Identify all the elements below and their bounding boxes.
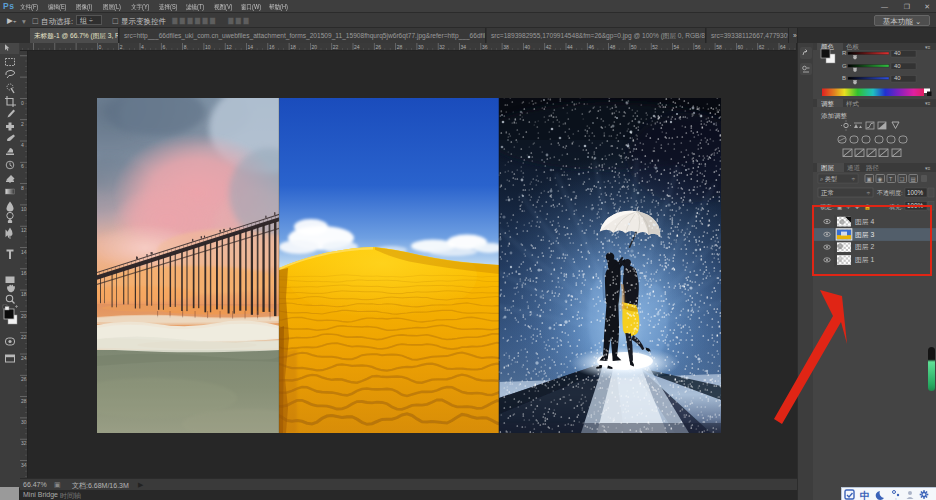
svg-text:2: 2 — [21, 121, 24, 127]
svg-text:6: 6 — [162, 44, 165, 50]
svg-text:42: 42 — [546, 44, 552, 50]
svg-text:22: 22 — [21, 334, 27, 340]
svg-text:▣: ▣ — [867, 176, 872, 182]
svg-text:路径: 路径 — [866, 164, 880, 172]
svg-text:60: 60 — [738, 44, 744, 50]
svg-text:▤: ▤ — [911, 176, 916, 182]
svg-text:32: 32 — [439, 44, 445, 50]
svg-text:10: 10 — [21, 206, 27, 212]
svg-text:≑: ≑ — [866, 190, 870, 196]
svg-text:40: 40 — [525, 44, 531, 50]
svg-text:32: 32 — [21, 440, 27, 446]
svg-text:16: 16 — [269, 44, 275, 50]
svg-text:不透明度:: 不透明度: — [877, 189, 903, 197]
svg-text:62: 62 — [759, 44, 765, 50]
svg-text:8: 8 — [21, 185, 24, 191]
svg-text:54: 54 — [674, 44, 680, 50]
svg-text:20: 20 — [312, 44, 318, 50]
svg-text:▾≡: ▾≡ — [925, 165, 931, 171]
svg-text:52: 52 — [652, 44, 658, 50]
svg-text:14: 14 — [21, 249, 27, 255]
svg-text:56: 56 — [695, 44, 701, 50]
svg-text:20: 20 — [21, 313, 27, 319]
svg-text:G: G — [842, 63, 847, 69]
svg-text:B: B — [842, 75, 846, 81]
svg-text:36: 36 — [482, 44, 488, 50]
svg-text:≑: ≑ — [851, 176, 855, 182]
svg-text:8: 8 — [184, 44, 187, 50]
svg-text:38: 38 — [503, 44, 509, 50]
svg-text:▾≡: ▾≡ — [925, 44, 931, 50]
svg-text:26: 26 — [21, 376, 27, 382]
svg-text:4: 4 — [21, 142, 24, 148]
svg-text:6: 6 — [21, 163, 24, 169]
svg-text:40: 40 — [894, 75, 901, 81]
svg-text:10: 10 — [205, 44, 211, 50]
svg-text:24: 24 — [21, 355, 27, 361]
svg-text:正常: 正常 — [821, 189, 834, 196]
svg-text:58: 58 — [716, 44, 722, 50]
svg-text:4: 4 — [141, 44, 144, 50]
svg-text:30: 30 — [21, 419, 27, 425]
svg-text:40: 40 — [894, 50, 901, 56]
svg-text:0: 0 — [99, 44, 102, 50]
svg-text:◉: ◉ — [878, 176, 883, 182]
svg-text:48: 48 — [610, 44, 616, 50]
svg-text:28: 28 — [21, 398, 27, 404]
svg-text:26: 26 — [375, 44, 381, 50]
svg-text:16: 16 — [21, 270, 27, 276]
svg-text:R: R — [842, 50, 847, 56]
svg-text:34: 34 — [21, 462, 27, 468]
svg-text:12: 12 — [21, 227, 27, 233]
svg-text:50: 50 — [631, 44, 637, 50]
svg-text:图层: 图层 — [821, 164, 835, 171]
svg-text:12: 12 — [226, 44, 232, 50]
svg-text:44: 44 — [567, 44, 573, 50]
svg-text:40: 40 — [894, 63, 901, 69]
svg-text:46: 46 — [588, 44, 594, 50]
svg-text:添加调整: 添加调整 — [821, 112, 848, 120]
svg-text:▾≡: ▾≡ — [925, 100, 931, 106]
svg-text:24: 24 — [354, 44, 360, 50]
svg-text:64: 64 — [780, 44, 786, 50]
svg-text:100%: 100% — [907, 189, 924, 196]
svg-text:30: 30 — [418, 44, 424, 50]
svg-text:0: 0 — [21, 100, 24, 106]
svg-text:⌕ 类型: ⌕ 类型 — [820, 175, 837, 183]
svg-text:22: 22 — [333, 44, 339, 50]
svg-text:中: 中 — [860, 490, 870, 500]
svg-text:14: 14 — [248, 44, 254, 50]
svg-text:❏: ❏ — [900, 176, 905, 182]
svg-text:调整: 调整 — [821, 100, 835, 108]
svg-text:样式: 样式 — [846, 100, 860, 107]
svg-text:34: 34 — [461, 44, 467, 50]
svg-text:2: 2 — [120, 44, 123, 50]
svg-text:18: 18 — [290, 44, 296, 50]
svg-text:28: 28 — [397, 44, 403, 50]
svg-text:色板: 色板 — [846, 43, 860, 50]
svg-text:18: 18 — [21, 291, 27, 297]
svg-text:通道: 通道 — [847, 164, 861, 171]
